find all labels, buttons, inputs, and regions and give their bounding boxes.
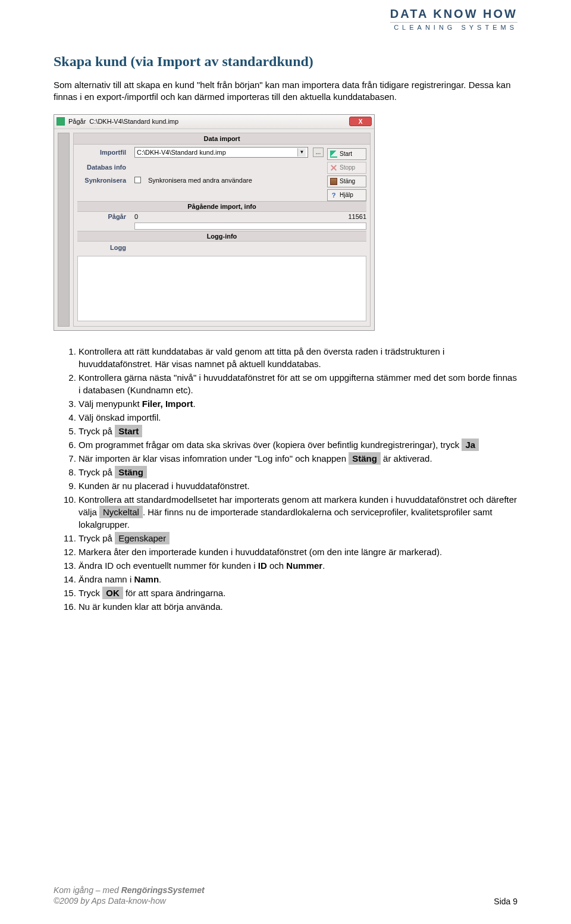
importfil-combobox[interactable]: C:\DKH-V4\Standard kund.imp ▼	[134, 147, 308, 158]
label-pagar: Pågår	[77, 213, 130, 220]
page-footer: Kom igång – med RengöringsSystemet ©2009…	[54, 885, 517, 906]
label-synkronisera: Synkronisera	[77, 177, 130, 184]
instruction-list: Kontrollera att rätt kunddatabas är vald…	[54, 345, 517, 613]
brand-name: DATA KNOW HOW	[390, 7, 517, 21]
step-3: Välj menypunkt Filer, Import.	[79, 397, 517, 410]
step-11: Tryck på Egenskaper	[79, 532, 517, 544]
sync-checkbox[interactable]	[134, 177, 141, 183]
brand-logo: DATA KNOW HOW CLEANING SYSTEMS	[390, 7, 517, 31]
footer-line1: Kom igång – med RengöringsSystemet	[54, 885, 205, 895]
stang-button[interactable]: Stäng	[327, 176, 366, 187]
side-tab	[58, 133, 70, 327]
stopp-button[interactable]: Stopp	[327, 162, 366, 174]
check-icon	[330, 151, 337, 158]
stang-label-2: Stäng	[115, 466, 147, 478]
step-5: Tryck på Start	[79, 425, 517, 437]
stopp-button-label: Stopp	[340, 164, 355, 171]
dialog-body: Data import Importfil C:\DKH-V4\Standard…	[54, 129, 374, 330]
app-icon	[57, 117, 65, 126]
importfil-value: C:\DKH-V4\Standard kund.imp	[137, 149, 297, 156]
data-import-dialog-screenshot: Pågår C:\DKH-V4\Standard kund.imp X Data…	[54, 114, 375, 331]
step-14: Ändra namn i Namn.	[79, 573, 517, 585]
close-icon[interactable]: X	[349, 117, 372, 126]
ja-label: Ja	[462, 438, 479, 451]
label-logg: Logg	[77, 244, 130, 251]
start-button[interactable]: Start	[327, 148, 366, 160]
progress-start: 0	[134, 213, 138, 220]
dialog-header: Data import	[74, 133, 370, 145]
step-10: Kontrollera att standardmodellsetet har …	[79, 493, 517, 531]
step-1: Kontrollera att rätt kunddatabas är vald…	[79, 345, 517, 370]
start-button-label: Start	[340, 151, 352, 157]
hjalp-button-label: Hjälp	[340, 192, 353, 198]
start-label: Start	[115, 425, 142, 437]
logg-header: Logg-info	[77, 231, 366, 242]
egenskaper-label: Egenskaper	[115, 532, 170, 544]
dialog-titlebar: Pågår C:\DKH-V4\Standard kund.imp X	[54, 115, 374, 129]
step-7: När importen är klar visas infomration u…	[79, 452, 517, 465]
footer-line2: ©2009 by Aps Data-know-how	[54, 895, 205, 906]
step-16: Nu är kunden klar att börja använda.	[79, 600, 517, 613]
chevron-down-icon[interactable]: ▼	[297, 148, 306, 156]
step-8: Tryck på Stäng	[79, 466, 517, 478]
ok-label: OK	[102, 587, 123, 599]
step-12: Markera åter den importerade kunden i hu…	[79, 546, 517, 558]
label-databas-info: Databas info	[77, 164, 130, 171]
titlebar-label: Pågår	[68, 118, 86, 125]
hjalp-button[interactable]: ?Hjälp	[327, 189, 366, 201]
intro-paragraph: Som alternativ till att skapa en kund "h…	[54, 79, 517, 104]
brand-subtitle: CLEANING SYSTEMS	[390, 24, 517, 31]
page-number: Sida 9	[494, 897, 517, 906]
stang-button-label: Stäng	[340, 178, 355, 184]
page-heading: Skapa kund (via Import av standardkund)	[54, 54, 517, 70]
browse-button[interactable]: ...	[313, 148, 324, 157]
progress-bar	[134, 223, 366, 230]
progress-end: 11561	[348, 213, 366, 220]
door-icon	[330, 178, 337, 185]
label-importfil: Importfil	[77, 149, 130, 156]
titlebar-path: C:\DKH-V4\Standard kund.imp	[89, 118, 346, 125]
step-4: Välj önskad importfil.	[79, 411, 517, 424]
cross-icon	[330, 164, 337, 171]
step-15: Tryck OK för att spara ändringarna.	[79, 587, 517, 599]
step-6: Om programmet frågar om data ska skrivas…	[79, 438, 517, 451]
step-13: Ändra ID och eventuellt nummer för kunde…	[79, 559, 517, 572]
sync-label: Synkronisera med andra användare	[148, 177, 252, 184]
logg-textarea[interactable]	[77, 256, 366, 321]
step-2: Kontrollera gärna nästa "nivå" i huvudda…	[79, 371, 517, 396]
stang-label-1: Stäng	[349, 452, 381, 465]
step-9: Kunden är nu placerad i huvuddatafönstre…	[79, 480, 517, 492]
help-icon: ?	[330, 192, 337, 199]
nyckeltal-label: Nyckeltal	[99, 506, 143, 518]
dialog-inner: Data import Importfil C:\DKH-V4\Standard…	[73, 133, 371, 327]
brand-divider	[390, 22, 517, 23]
progress-header: Pågående import, info	[77, 201, 366, 212]
